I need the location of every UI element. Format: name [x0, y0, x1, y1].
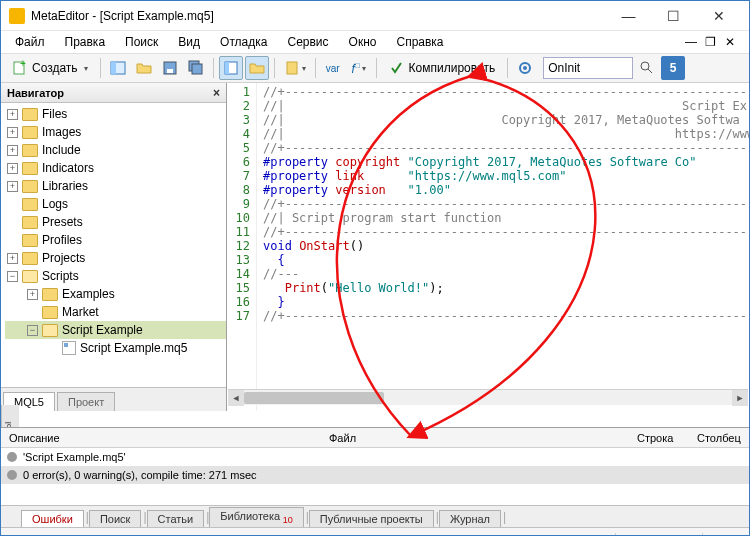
- expand-icon[interactable]: +: [7, 163, 18, 174]
- book-button[interactable]: [280, 56, 310, 80]
- output-rows[interactable]: 'Script Example.mq5'0 error(s), 0 warnin…: [1, 448, 749, 505]
- toolbar: + Создать var f□ Компилировать 5: [1, 53, 749, 83]
- output-tab[interactable]: Статьи: [147, 510, 205, 527]
- toggle-panel1-button[interactable]: [219, 56, 243, 80]
- expand-icon[interactable]: +: [7, 145, 18, 156]
- open-button[interactable]: [132, 56, 156, 80]
- col-description[interactable]: Описание: [1, 432, 321, 444]
- expand-icon[interactable]: +: [7, 109, 18, 120]
- navigator-toggle-button[interactable]: [106, 56, 130, 80]
- maximize-button[interactable]: ☐: [651, 1, 696, 31]
- output-tab[interactable]: Библиотека 10: [209, 507, 303, 527]
- minimize-button[interactable]: —: [606, 1, 651, 31]
- tree-item[interactable]: +Include: [5, 141, 226, 159]
- main-area: Навигатор × +Files+Images+Include+Indica…: [1, 83, 749, 411]
- tree-item[interactable]: Presets: [5, 213, 226, 231]
- var-button[interactable]: var: [321, 56, 345, 80]
- mdi-minimize-icon[interactable]: —: [685, 35, 699, 49]
- create-button[interactable]: + Создать: [5, 56, 95, 80]
- tree-item[interactable]: Market: [5, 303, 226, 321]
- nav-tab-project[interactable]: Проект: [57, 392, 115, 411]
- tree-label: Logs: [42, 197, 68, 211]
- settings-button[interactable]: [513, 56, 537, 80]
- tree-item[interactable]: −Script Example: [5, 321, 226, 339]
- expand-icon[interactable]: +: [27, 289, 38, 300]
- output-tab[interactable]: Публичные проекты: [309, 510, 434, 527]
- col-column[interactable]: Столбец: [689, 432, 749, 444]
- col-file[interactable]: Файл: [321, 432, 629, 444]
- highlight-button[interactable]: 5: [661, 56, 685, 80]
- tree-item[interactable]: Logs: [5, 195, 226, 213]
- line-gutter: 1234567891011121314151617: [227, 83, 257, 411]
- tree-label: Libraries: [42, 179, 88, 193]
- status-position: Ln 15, Col 26: [615, 533, 701, 537]
- menu-debug[interactable]: Отладка: [210, 33, 277, 51]
- search-box[interactable]: [543, 57, 633, 79]
- tree-label: Presets: [42, 215, 83, 229]
- tree-item[interactable]: Profiles: [5, 231, 226, 249]
- navigator-close-icon[interactable]: ×: [213, 86, 220, 100]
- save-all-button[interactable]: [184, 56, 208, 80]
- close-button[interactable]: ✕: [696, 1, 741, 31]
- output-tab[interactable]: Журнал: [439, 510, 501, 527]
- create-label: Создать: [32, 61, 78, 75]
- expand-icon[interactable]: +: [7, 253, 18, 264]
- folder-icon: [22, 216, 38, 229]
- svg-rect-9: [225, 62, 229, 74]
- expand-icon[interactable]: +: [7, 127, 18, 138]
- search-go-button[interactable]: [635, 56, 659, 80]
- menu-view[interactable]: Вид: [168, 33, 210, 51]
- output-row[interactable]: 'Script Example.mq5': [1, 448, 749, 466]
- scroll-left-icon[interactable]: ◄: [228, 390, 244, 406]
- tree-item[interactable]: +Files: [5, 105, 226, 123]
- svg-point-13: [641, 62, 649, 70]
- menu-edit[interactable]: Правка: [55, 33, 116, 51]
- code-editor[interactable]: 1234567891011121314151617 //+-----------…: [227, 83, 749, 411]
- gear-icon: [517, 60, 533, 76]
- menu-service[interactable]: Сервис: [277, 33, 338, 51]
- folder-icon: [22, 126, 38, 139]
- tree-item[interactable]: Script Example.mq5: [5, 339, 226, 357]
- navigator-panel: Навигатор × +Files+Images+Include+Indica…: [1, 83, 227, 411]
- tree-item[interactable]: +Examples: [5, 285, 226, 303]
- output-tab[interactable]: Ошибки: [21, 510, 84, 527]
- search-input[interactable]: [548, 61, 628, 75]
- status-insert-mode: INS: [702, 533, 741, 537]
- file-icon: [62, 341, 76, 355]
- menu-search[interactable]: Поиск: [115, 33, 168, 51]
- menu-window[interactable]: Окно: [339, 33, 387, 51]
- tree-label: Indicators: [42, 161, 94, 175]
- save-button[interactable]: [158, 56, 182, 80]
- output-text: 0 error(s), 0 warning(s), compile time: …: [23, 469, 257, 481]
- toggle-panel2-button[interactable]: [245, 56, 269, 80]
- expand-icon[interactable]: +: [7, 181, 18, 192]
- mdi-restore-icon[interactable]: ❐: [705, 35, 719, 49]
- tree-item[interactable]: +Libraries: [5, 177, 226, 195]
- code-area[interactable]: //+-------------------------------------…: [257, 83, 749, 411]
- scroll-right-icon[interactable]: ►: [732, 390, 748, 406]
- compile-button[interactable]: Компилировать: [382, 56, 503, 80]
- var-icon: var: [326, 63, 340, 74]
- tree-item[interactable]: +Images: [5, 123, 226, 141]
- tree-item[interactable]: +Indicators: [5, 159, 226, 177]
- folder-icon: [42, 288, 58, 301]
- mdi-close-icon[interactable]: ✕: [725, 35, 739, 49]
- menu-help[interactable]: Справка: [386, 33, 453, 51]
- scroll-thumb[interactable]: [244, 392, 384, 404]
- folder-icon: [22, 198, 38, 211]
- output-tab[interactable]: Поиск: [89, 510, 141, 527]
- output-row[interactable]: 0 error(s), 0 warning(s), compile time: …: [1, 466, 749, 484]
- expand-icon[interactable]: −: [27, 325, 38, 336]
- expand-icon[interactable]: −: [7, 271, 18, 282]
- folder-open-icon: [42, 324, 58, 337]
- function-button[interactable]: f□: [347, 56, 371, 80]
- tree-item[interactable]: +Projects: [5, 249, 226, 267]
- navigator-tree[interactable]: +Files+Images+Include+Indicators+Librari…: [1, 103, 226, 387]
- editor-horizontal-scrollbar[interactable]: ◄ ►: [228, 389, 748, 405]
- folder-icon: [42, 306, 58, 319]
- col-line[interactable]: Строка: [629, 432, 689, 444]
- menu-file[interactable]: Файл: [5, 33, 55, 51]
- svg-line-14: [648, 69, 652, 73]
- panel-icon: [223, 60, 239, 76]
- tree-item[interactable]: −Scripts: [5, 267, 226, 285]
